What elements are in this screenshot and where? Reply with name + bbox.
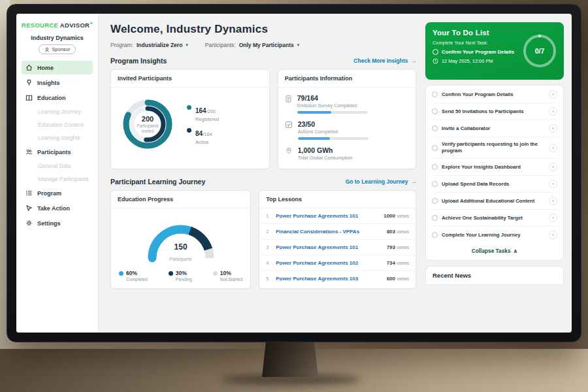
sidebar-item-insights[interactable]: Insights: [22, 76, 93, 90]
check-more-insights-link[interactable]: Check More Insights →: [353, 57, 416, 64]
chevron-right-icon[interactable]: ›: [549, 144, 557, 152]
task-row-invite-collaborator[interactable]: Invite a Collaborator ›: [432, 120, 557, 137]
checkbox-circle-icon[interactable]: [432, 145, 438, 151]
sidebar-item-label: Education Content: [38, 122, 84, 128]
legend-item-not-started: 10% Not Started: [213, 270, 242, 282]
checkbox-circle-icon[interactable]: [432, 198, 438, 204]
task-row-confirm-program[interactable]: Confirm Your Program Details ›: [432, 86, 557, 103]
todo-next-task-label: Confirm Your Program Details: [442, 49, 514, 55]
lesson-rank: 1: [266, 213, 271, 219]
chevron-right-icon[interactable]: ›: [549, 163, 557, 171]
donut-center-label: 200 Participants Invited: [118, 94, 178, 154]
sidebar-item-label: Learning Insights: [38, 135, 80, 141]
gear-icon: [25, 220, 33, 227]
checkbox-circle-icon[interactable]: [432, 215, 438, 221]
checkbox-circle-icon[interactable]: [432, 91, 438, 97]
legend-label: Not Started: [220, 277, 242, 282]
legend-dot: [187, 128, 191, 133]
chevron-right-icon[interactable]: ›: [549, 197, 557, 205]
checkbox-circle-icon[interactable]: [432, 125, 438, 131]
stat-label: Emission Survey Completed: [297, 103, 368, 108]
sidebar-item-label: Participants: [37, 149, 71, 155]
lesson-views-suffix: views: [397, 244, 409, 250]
task-label: Upload Spend Data Records: [442, 181, 545, 188]
link-label: Check More Insights: [353, 57, 408, 64]
monitor-bezel: RESOURCE ADVISOR+ Industry Dynamics Spon…: [7, 4, 581, 342]
checkbox-circle-icon[interactable]: [432, 108, 438, 114]
lesson-rank: 4: [266, 260, 271, 266]
registered-value: 164: [195, 107, 206, 114]
sidebar-item-label: Home: [37, 65, 54, 71]
checkbox-circle-icon[interactable]: [433, 49, 438, 55]
checkbox-circle-icon[interactable]: [432, 164, 438, 170]
lesson-link[interactable]: Power Purchase Agreements 103: [276, 276, 382, 282]
lesson-link[interactable]: Financial Considerations - VPPAs: [276, 229, 382, 235]
sidebar-item-general-data[interactable]: General Data: [22, 160, 93, 172]
chevron-right-icon[interactable]: ›: [549, 214, 557, 222]
sidebar-item-label: Learning Journey: [38, 108, 81, 115]
task-row-send-invitations[interactable]: Send 50 Invitations to Participants ›: [432, 103, 557, 120]
lesson-link[interactable]: Power Purchase Agreements 102: [276, 260, 382, 266]
task-label: Explore Your Insights Dashboard: [442, 164, 545, 171]
participants-filter[interactable]: Participants: Only My Participants ▾: [205, 42, 299, 48]
link-label: Go to Learning Journey: [346, 178, 408, 185]
sidebar-item-manage-participants[interactable]: Manage Participants: [22, 173, 93, 185]
stat-value: 1,000 GWh: [298, 146, 353, 154]
lesson-views-suffix: views: [397, 260, 409, 266]
card-title: Education Progress: [111, 191, 250, 208]
lightbulb-icon: [25, 79, 33, 86]
legend-dot: [187, 105, 191, 110]
chevron-down-icon: ▾: [297, 42, 300, 48]
sidebar-item-home[interactable]: Home: [22, 61, 93, 74]
sidebar-item-education[interactable]: Education: [22, 91, 93, 105]
sidebar-item-label: Manage Participants: [38, 176, 89, 182]
pointer-icon: [25, 204, 33, 212]
chevron-right-icon[interactable]: ›: [549, 231, 557, 239]
sidebar-item-take-action[interactable]: Take Action: [22, 201, 93, 215]
todo-next-task[interactable]: Confirm Your Program Details: [433, 49, 521, 55]
chevron-right-icon[interactable]: ›: [549, 124, 557, 133]
stat-label: Total Global Consumption: [298, 155, 353, 161]
lesson-link[interactable]: Power Purchase Agreements 101: [276, 244, 382, 250]
lesson-views-suffix: views: [397, 276, 409, 282]
task-row-upload-educational-content[interactable]: Upload Additional Educational Content ›: [432, 193, 557, 210]
lesson-row: 4 Power Purchase Agreements 102 734 view…: [259, 255, 416, 271]
location-pin-icon: [285, 147, 293, 155]
sidebar-item-education-content[interactable]: Education Content: [22, 119, 93, 131]
sidebar-item-learning-insights[interactable]: Learning Insights: [22, 132, 93, 144]
stat-value: 23/50: [298, 120, 368, 128]
chevron-right-icon[interactable]: ›: [549, 180, 557, 188]
collapse-tasks-link[interactable]: Collapse Tasks ∧: [432, 243, 557, 259]
invited-legend: 164/200 Registered 84/164 Active: [187, 99, 219, 150]
org-name: Industry Dynamics: [22, 35, 93, 41]
task-row-explore-insights[interactable]: Explore Your Insights Dashboard ›: [432, 159, 557, 176]
task-row-complete-learning-journey[interactable]: Complete Your Learning Journey ›: [432, 227, 557, 243]
task-row-verify-participants[interactable]: Verify participants requesting to join t…: [432, 137, 557, 159]
sidebar-item-settings[interactable]: Settings: [22, 216, 93, 230]
invited-total-label: Participants Invited: [133, 123, 162, 134]
program-filter[interactable]: Program: Industrialize Zero ▾: [110, 42, 188, 48]
card-title: Participants Information: [278, 70, 416, 88]
sidebar-item-participants[interactable]: Participants: [22, 145, 93, 159]
checkbox-circle-icon[interactable]: [432, 232, 438, 238]
participants-filter-label: Participants:: [205, 42, 236, 48]
chevron-right-icon[interactable]: ›: [549, 107, 557, 116]
lesson-rank: 5: [266, 276, 271, 282]
checkbox-circle-icon[interactable]: [432, 181, 438, 187]
sidebar-item-label: Program: [37, 190, 61, 197]
go-to-learning-journey-link[interactable]: Go to Learning Journey →: [346, 178, 416, 185]
legend-pct: 60%: [126, 270, 148, 276]
task-label: Invite a Collaborator: [442, 125, 545, 132]
task-row-upload-spend-data[interactable]: Upload Spend Data Records ›: [432, 176, 557, 193]
task-label: Achieve One Sustainability Target: [442, 215, 545, 221]
lesson-link[interactable]: Power Purchase Agreements 101: [276, 213, 379, 219]
sidebar-item-learning-journey[interactable]: Learning Journey: [22, 106, 93, 118]
people-icon: [25, 148, 33, 155]
task-row-achieve-target[interactable]: Achieve One Sustainability Target ›: [432, 210, 557, 227]
sidebar-item-program[interactable]: Program: [22, 186, 93, 200]
chevron-right-icon[interactable]: ›: [549, 90, 557, 99]
legend-dot: [213, 271, 218, 276]
main-content: Welcome, Industry Dynamics Program: Indu…: [99, 14, 425, 333]
clock-icon: [433, 58, 438, 64]
dashboard-screen: RESOURCE ADVISOR+ Industry Dynamics Spon…: [16, 14, 572, 333]
